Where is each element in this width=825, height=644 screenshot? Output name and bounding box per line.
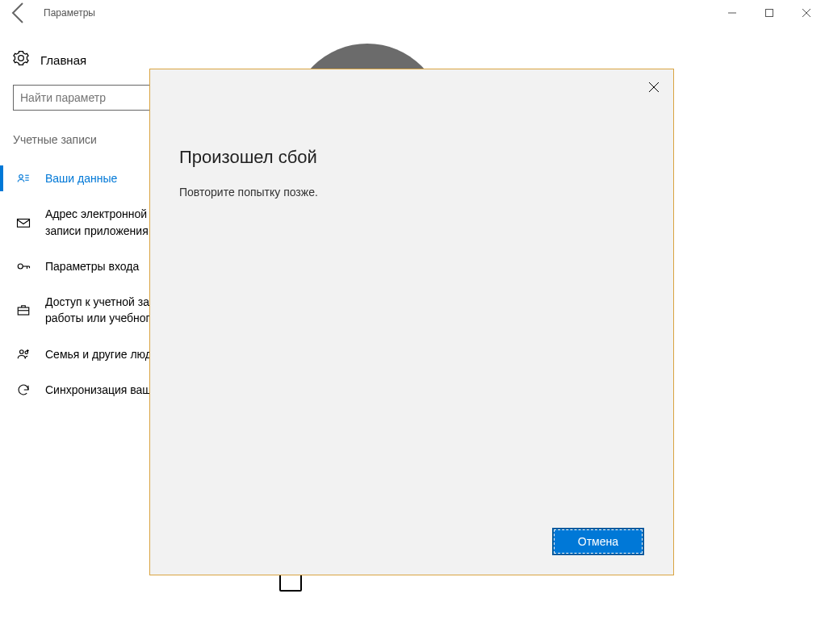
svg-rect-13 xyxy=(18,307,29,315)
arrow-left-icon xyxy=(6,0,32,26)
maximize-button[interactable] xyxy=(751,0,788,26)
gear-icon xyxy=(13,50,29,70)
home-label: Главная xyxy=(40,53,86,67)
person-card-icon xyxy=(16,171,31,186)
close-button[interactable] xyxy=(788,0,825,26)
maximize-icon xyxy=(765,9,773,17)
dialog-close-button[interactable] xyxy=(641,74,667,100)
briefcase-icon xyxy=(16,303,31,317)
window-controls xyxy=(714,0,825,26)
sync-icon xyxy=(16,383,31,397)
error-dialog: Произошел сбой Повторите попытку позже. … xyxy=(149,69,674,575)
svg-point-4 xyxy=(19,175,23,179)
window-title: Параметры xyxy=(44,7,95,19)
back-button[interactable] xyxy=(6,0,32,26)
close-icon xyxy=(802,9,810,17)
dialog-title: Произошел сбой xyxy=(179,147,644,168)
camera-icon[interactable] xyxy=(279,574,302,592)
mail-icon xyxy=(16,215,31,230)
titlebar: Параметры xyxy=(0,0,825,26)
minimize-icon xyxy=(728,9,736,17)
svg-rect-1 xyxy=(766,10,773,17)
svg-rect-8 xyxy=(18,219,30,227)
svg-point-9 xyxy=(18,264,23,269)
cancel-button[interactable]: Отмена xyxy=(552,528,644,555)
close-icon xyxy=(649,82,659,92)
dialog-message: Повторите попытку позже. xyxy=(179,186,644,199)
minimize-button[interactable] xyxy=(714,0,751,26)
dialog-footer: Отмена xyxy=(150,513,673,575)
dialog-content: Произошел сбой Повторите попытку позже. xyxy=(150,69,673,513)
key-icon xyxy=(16,259,31,274)
svg-point-15 xyxy=(20,350,24,354)
titlebar-left: Параметры xyxy=(6,0,95,26)
people-icon xyxy=(16,347,31,362)
